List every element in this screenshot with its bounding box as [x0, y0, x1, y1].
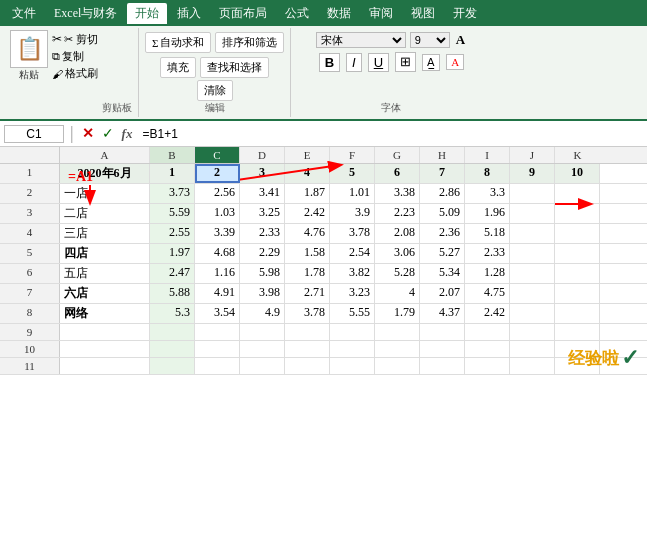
col-header-H[interactable]: H	[420, 147, 465, 163]
cell-A3[interactable]: 二店	[60, 204, 150, 223]
cell-K6[interactable]	[555, 264, 600, 283]
cell-E11[interactable]	[285, 358, 330, 374]
cell-D1[interactable]: 3	[240, 164, 285, 183]
cell-E7[interactable]: 2.71	[285, 284, 330, 303]
italic-button[interactable]: I	[346, 53, 362, 72]
cell-I6[interactable]: 1.28	[465, 264, 510, 283]
cell-H10[interactable]	[420, 341, 465, 357]
autosum-button[interactable]: Σ自动求和	[145, 32, 211, 53]
cancel-formula-button[interactable]: ✕	[80, 125, 96, 142]
cell-I3[interactable]: 1.96	[465, 204, 510, 223]
cell-K1[interactable]: 10	[555, 164, 600, 183]
cell-J2[interactable]	[510, 184, 555, 203]
cell-F10[interactable]	[330, 341, 375, 357]
clear-button[interactable]: 清除	[197, 80, 233, 101]
sort-filter-button[interactable]: 排序和筛选	[215, 32, 284, 53]
cell-I8[interactable]: 2.42	[465, 304, 510, 323]
col-header-G[interactable]: G	[375, 147, 420, 163]
col-header-D[interactable]: D	[240, 147, 285, 163]
cell-E3[interactable]: 2.42	[285, 204, 330, 223]
cell-E5[interactable]: 1.58	[285, 244, 330, 263]
cell-F6[interactable]: 3.82	[330, 264, 375, 283]
cell-C3[interactable]: 1.03	[195, 204, 240, 223]
cell-G7[interactable]: 4	[375, 284, 420, 303]
bold-button[interactable]: B	[319, 53, 340, 72]
cell-B11[interactable]	[150, 358, 195, 374]
col-header-K[interactable]: K	[555, 147, 600, 163]
cell-F3[interactable]: 3.9	[330, 204, 375, 223]
cell-I10[interactable]	[465, 341, 510, 357]
cell-reference-box[interactable]	[4, 125, 64, 143]
cell-G8[interactable]: 1.79	[375, 304, 420, 323]
function-wizard-button[interactable]: fx	[120, 126, 135, 142]
fill-button[interactable]: 填充	[160, 57, 196, 78]
cell-H5[interactable]: 5.27	[420, 244, 465, 263]
cell-D6[interactable]: 5.98	[240, 264, 285, 283]
formula-input[interactable]	[138, 126, 643, 142]
cell-A1[interactable]: 2020年6月	[60, 164, 150, 183]
cell-A11[interactable]	[60, 358, 150, 374]
cell-D9[interactable]	[240, 324, 285, 340]
cell-G4[interactable]: 2.08	[375, 224, 420, 243]
cell-C9[interactable]	[195, 324, 240, 340]
cell-E6[interactable]: 1.78	[285, 264, 330, 283]
cell-E2[interactable]: 1.87	[285, 184, 330, 203]
cell-K8[interactable]	[555, 304, 600, 323]
cell-G2[interactable]: 3.38	[375, 184, 420, 203]
cell-D3[interactable]: 3.25	[240, 204, 285, 223]
cell-D4[interactable]: 2.33	[240, 224, 285, 243]
cell-A2[interactable]: 一店	[60, 184, 150, 203]
cell-J7[interactable]	[510, 284, 555, 303]
cell-G6[interactable]: 5.28	[375, 264, 420, 283]
cell-G11[interactable]	[375, 358, 420, 374]
cell-E9[interactable]	[285, 324, 330, 340]
cell-B6[interactable]: 2.47	[150, 264, 195, 283]
cell-H7[interactable]: 2.07	[420, 284, 465, 303]
cell-F1[interactable]: 5	[330, 164, 375, 183]
cell-D8[interactable]: 4.9	[240, 304, 285, 323]
cell-G5[interactable]: 3.06	[375, 244, 420, 263]
menu-item-formula[interactable]: 公式	[277, 3, 317, 24]
cell-C11[interactable]	[195, 358, 240, 374]
cell-H8[interactable]: 4.37	[420, 304, 465, 323]
cell-I11[interactable]	[465, 358, 510, 374]
col-header-F[interactable]: F	[330, 147, 375, 163]
cell-I9[interactable]	[465, 324, 510, 340]
cell-J6[interactable]	[510, 264, 555, 283]
copy-button[interactable]: ⧉复制	[52, 49, 98, 64]
cell-D2[interactable]: 3.41	[240, 184, 285, 203]
cell-J5[interactable]	[510, 244, 555, 263]
cell-I1[interactable]: 8	[465, 164, 510, 183]
cell-H3[interactable]: 5.09	[420, 204, 465, 223]
menu-item-dev[interactable]: 开发	[445, 3, 485, 24]
cut-button[interactable]: ✂✂ 剪切	[52, 32, 98, 47]
font-grow-button[interactable]: A	[454, 32, 467, 48]
col-header-J[interactable]: J	[510, 147, 555, 163]
cell-D10[interactable]	[240, 341, 285, 357]
menu-item-excel[interactable]: Excel与财务	[46, 3, 125, 24]
cell-D11[interactable]	[240, 358, 285, 374]
cell-G3[interactable]: 2.23	[375, 204, 420, 223]
col-header-E[interactable]: E	[285, 147, 330, 163]
find-select-button[interactable]: 查找和选择	[200, 57, 269, 78]
cell-C8[interactable]: 3.54	[195, 304, 240, 323]
menu-item-insert[interactable]: 插入	[169, 3, 209, 24]
cell-J1[interactable]: 9	[510, 164, 555, 183]
cell-D7[interactable]: 3.98	[240, 284, 285, 303]
cell-A5[interactable]: 四店	[60, 244, 150, 263]
cell-F4[interactable]: 3.78	[330, 224, 375, 243]
cell-E4[interactable]: 4.76	[285, 224, 330, 243]
fill-color-button[interactable]: A̲	[422, 54, 440, 71]
cell-G9[interactable]	[375, 324, 420, 340]
cell-H6[interactable]: 5.34	[420, 264, 465, 283]
confirm-formula-button[interactable]: ✓	[100, 125, 116, 142]
cell-F5[interactable]: 2.54	[330, 244, 375, 263]
cell-A6[interactable]: 五店	[60, 264, 150, 283]
cell-K3[interactable]	[555, 204, 600, 223]
cell-I5[interactable]: 2.33	[465, 244, 510, 263]
cell-B2[interactable]: 3.73	[150, 184, 195, 203]
cell-A8[interactable]: 网络	[60, 304, 150, 323]
cell-H9[interactable]	[420, 324, 465, 340]
cell-J4[interactable]	[510, 224, 555, 243]
cell-F7[interactable]: 3.23	[330, 284, 375, 303]
